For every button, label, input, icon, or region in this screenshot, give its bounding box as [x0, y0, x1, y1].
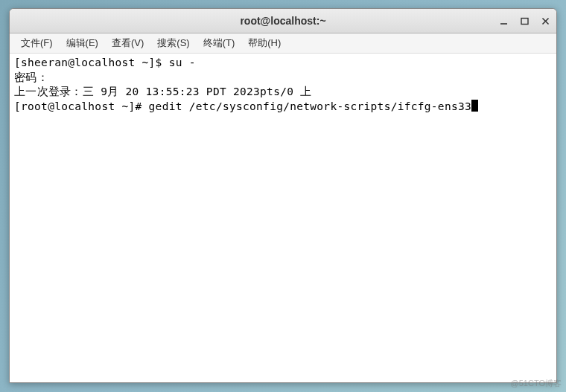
- menu-file[interactable]: 文件(F): [14, 34, 60, 52]
- menu-edit[interactable]: 编辑(E): [60, 34, 105, 52]
- menu-view[interactable]: 查看(V): [105, 34, 150, 52]
- menu-help[interactable]: 帮助(H): [241, 34, 287, 52]
- terminal-line: 密码：: [14, 71, 552, 86]
- menu-terminal[interactable]: 终端(T): [197, 34, 242, 52]
- watermark: @51CTO博客: [511, 378, 562, 389]
- menubar: 文件(F) 编辑(E) 查看(V) 搜索(S) 终端(T) 帮助(H): [10, 33, 556, 54]
- terminal-line: [sheeran@localhost ~]$ su -: [14, 56, 552, 71]
- window-controls: [498, 16, 550, 26]
- terminal-content[interactable]: [sheeran@localhost ~]$ su -密码：上一次登录：三 9月…: [10, 54, 556, 382]
- close-button[interactable]: [540, 16, 550, 26]
- minimize-button[interactable]: [498, 16, 509, 26]
- terminal-window: root@localhost:~ 文件(F) 编辑(E) 查看(V) 搜索(S)…: [9, 8, 557, 383]
- terminal-line: 上一次登录：三 9月 20 13:55:23 PDT 2023pts/0 上: [14, 85, 552, 100]
- menu-search[interactable]: 搜索(S): [150, 34, 196, 52]
- svg-rect-1: [521, 18, 528, 24]
- terminal-text: [root@localhost ~]# gedit /etc/sysconfig…: [14, 100, 471, 112]
- terminal-line: [root@localhost ~]# gedit /etc/sysconfig…: [14, 100, 552, 115]
- maximize-button[interactable]: [519, 16, 530, 26]
- cursor-icon: [471, 100, 478, 112]
- titlebar[interactable]: root@localhost:~: [10, 9, 556, 33]
- window-title: root@localhost:~: [10, 15, 556, 27]
